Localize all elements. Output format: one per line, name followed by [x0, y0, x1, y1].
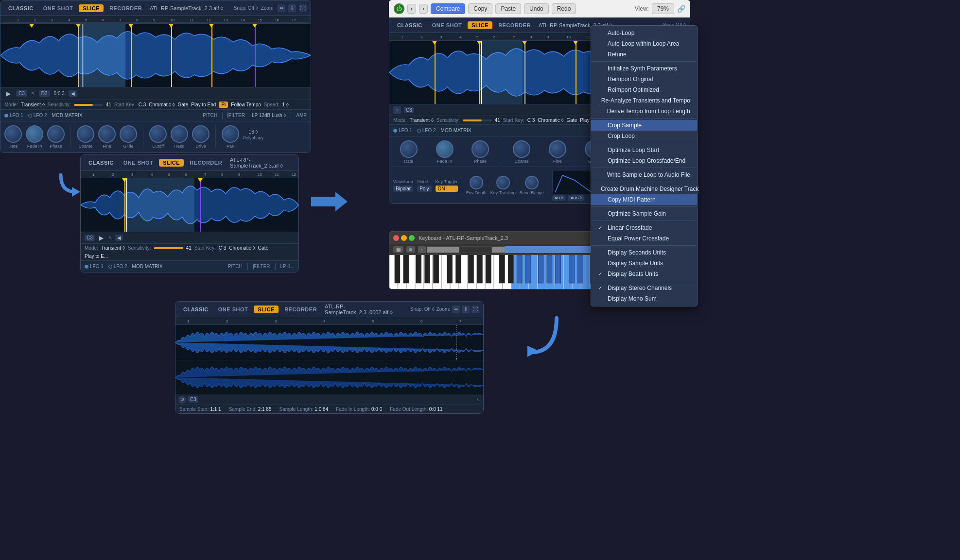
menu-copy-midi[interactable]: Copy MIDI Pattern	[591, 194, 697, 205]
win-minimize[interactable]	[401, 235, 407, 241]
menu-write-loop[interactable]: Write Sample Loop to Audio File	[591, 170, 697, 180]
lfo2-p2[interactable]: LFO 2	[108, 264, 127, 269]
zoom-v-p4[interactable]: ⇕	[462, 305, 470, 313]
tab-recorder-p2[interactable]: RECORDER	[186, 159, 226, 167]
fine-knob-dial[interactable]	[98, 125, 116, 143]
view-value[interactable]: 79%	[652, 3, 674, 14]
envdepth-dial-p3[interactable]	[470, 176, 483, 189]
tab-recorder-p1[interactable]: RECORDER	[105, 4, 146, 12]
fine-knob-dial-p3[interactable]	[549, 140, 566, 158]
filter-value-p1[interactable]: LP 12dB Lush ◊	[252, 113, 286, 118]
menu-reimport-opt[interactable]: Reimport Optimized	[591, 85, 697, 95]
tab-slice-p3[interactable]: SLICE	[468, 21, 492, 29]
keyboard-ctrl1[interactable]: ▦	[393, 246, 403, 253]
lfo1-p2[interactable]: LFO 1	[85, 264, 104, 269]
menu-opt-gain[interactable]: Optimize Sample Gain	[591, 208, 697, 219]
fadein-knob-dial-p3[interactable]	[436, 140, 454, 158]
slice-marker[interactable]	[252, 24, 257, 28]
menu-linear-crossfade[interactable]: Linear Crossfade	[591, 222, 697, 233]
loop-btn-p4[interactable]: ↺	[178, 396, 186, 404]
waveform-value-p3[interactable]: Bipolar	[393, 186, 413, 192]
keyboard-ctrl2[interactable]: ≡	[406, 246, 415, 253]
menu-equal-power[interactable]: Equal Power Crossfade	[591, 233, 697, 244]
link-icon[interactable]: 🔗	[677, 5, 685, 13]
menu-reanalyze[interactable]: Re-Analyze Transients and Tempo	[591, 95, 697, 106]
menu-display-beats[interactable]: Display Beats Units	[591, 269, 697, 279]
tab-recorder-p3[interactable]: RECORDER	[494, 21, 535, 29]
glide-knob-dial[interactable]	[120, 125, 137, 143]
menu-derive-tempo[interactable]: Derive Tempo from Loop Length	[591, 106, 697, 117]
menu-opt-loop-start[interactable]: Optimize Loop Start	[591, 145, 697, 155]
gate-p1[interactable]: Gate	[178, 102, 189, 107]
slice-marker-p2[interactable]	[122, 178, 127, 182]
ad-label-p3[interactable]: AD ◊	[552, 195, 565, 201]
rate-knob-dial-p3[interactable]	[400, 140, 418, 158]
lfo1-p3[interactable]: LFO 1	[393, 128, 412, 133]
phase-knob-dial[interactable]	[47, 125, 65, 143]
tab-classic-p1[interactable]: CLASSIC	[4, 4, 37, 12]
chromatic-p1[interactable]: Chromatic ◊	[149, 102, 175, 107]
keytrig-value-p3[interactable]: ON	[436, 186, 458, 192]
redo-button[interactable]: Redo	[552, 3, 576, 14]
cutoff-knob-dial[interactable]	[149, 125, 167, 143]
menu-display-seconds[interactable]: Display Seconds Units	[591, 247, 697, 258]
bendrange-dial-p3[interactable]	[525, 176, 539, 189]
play-btn-p2[interactable]: ▶	[98, 234, 105, 242]
zoom-fit-p4[interactable]: ⛶	[471, 305, 479, 313]
chromatic-p2[interactable]: Chromatic ◊	[229, 245, 255, 251]
slice-marker-p3[interactable]	[477, 41, 482, 45]
tab-oneshot-p4[interactable]: ONE SHOT	[214, 305, 252, 313]
menu-retune[interactable]: Retune	[591, 49, 697, 60]
tab-slice-p1[interactable]: SLICE	[79, 4, 104, 12]
nav-back-button[interactable]: ‹	[407, 4, 416, 14]
slice-marker[interactable]	[169, 24, 174, 28]
tab-classic-p4[interactable]: CLASSIC	[179, 305, 212, 313]
keytrack-dial-p3[interactable]	[496, 176, 510, 189]
win-close[interactable]	[393, 235, 399, 241]
win-maximize[interactable]	[409, 235, 415, 241]
slice-marker-p3[interactable]	[573, 41, 578, 45]
paste-button[interactable]: Paste	[495, 3, 521, 14]
scroll-left-p3[interactable]: ‹	[393, 106, 401, 114]
playtoend-p2[interactable]: Play to E...	[85, 254, 108, 259]
slice-marker-p2[interactable]	[198, 178, 203, 182]
tab-recorder-p4[interactable]: RECORDER	[280, 305, 321, 313]
tab-oneshot-p1[interactable]: ONE SHOT	[39, 4, 77, 12]
slice-marker[interactable]	[209, 24, 214, 28]
ads-label-p3[interactable]: ADS ◊	[568, 195, 584, 201]
zoom-v-icon[interactable]: ⇕	[288, 4, 296, 12]
copy-button[interactable]: Copy	[468, 3, 492, 14]
tab-classic-p3[interactable]: CLASSIC	[393, 21, 426, 29]
menu-reimport-orig[interactable]: Reimport Original	[591, 74, 697, 85]
phase-knob-dial-p3[interactable]	[471, 140, 489, 158]
mod-matrix-p3[interactable]: MOD MATRIX	[441, 128, 471, 133]
mode-val-p2[interactable]: Transient ◊	[101, 245, 125, 251]
tab-slice-p4[interactable]: SLICE	[254, 305, 279, 313]
drive-knob-dial[interactable]	[192, 125, 209, 143]
menu-init-synth[interactable]: Initialize Synth Parameters	[591, 63, 697, 74]
startkey-value-p1[interactable]: C 3	[139, 102, 146, 107]
range-nav-left[interactable]: ‹	[418, 246, 426, 253]
menu-crop-loop[interactable]: Crop Loop	[591, 131, 697, 141]
zoom-fit-icon[interactable]: ⛶	[299, 4, 307, 12]
menu-crop-sample[interactable]: Crop Sample	[591, 120, 697, 131]
followtempo-p1[interactable]: Follow Tempo	[231, 102, 261, 107]
gate-p2[interactable]: Gate	[258, 245, 269, 251]
startkey-val-p2[interactable]: C 3	[219, 245, 227, 251]
slice-marker-p3[interactable]	[522, 41, 527, 45]
menu-display-mono[interactable]: Display Mono Sum	[591, 293, 697, 304]
zoom-h-icon[interactable]: ⇔	[278, 4, 285, 12]
lfo1-p1[interactable]: LFO 1	[4, 113, 23, 118]
tab-oneshot-p2[interactable]: ONE SHOT	[120, 159, 157, 167]
menu-display-samples[interactable]: Display Sample Units	[591, 258, 697, 269]
lfo2-p3[interactable]: LFO 2	[417, 128, 436, 133]
tab-oneshot-p3[interactable]: ONE SHOT	[428, 21, 466, 29]
menu-auto-loop[interactable]: Auto-Loop	[591, 28, 697, 38]
mod-matrix-p1[interactable]: MOD MATRIX	[52, 113, 83, 118]
lfo2-p1[interactable]: LFO 2	[28, 113, 47, 118]
slice-marker-p3[interactable]	[432, 41, 437, 45]
slice-marker[interactable]	[76, 24, 81, 28]
snap-p4[interactable]: Snap: Off ◊	[410, 306, 435, 312]
reso-knob-dial[interactable]	[171, 125, 188, 143]
tab-classic-p2[interactable]: CLASSIC	[85, 159, 118, 167]
